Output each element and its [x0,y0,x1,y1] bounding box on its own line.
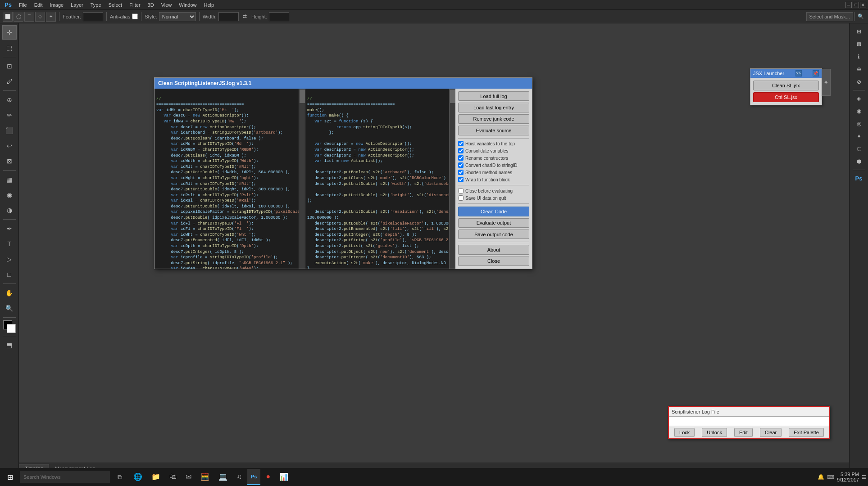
right-panel-tool-2[interactable]: ⊠ [852,39,866,50]
right-panel-tool-1[interactable]: ⊞ [852,26,866,37]
gradient-tool[interactable]: ▦ [2,172,17,187]
jsx-side-tab[interactable]: ✦ [822,69,831,96]
brush-tool[interactable]: ✏ [2,108,17,122]
lasso-tool[interactable]: ⌒ [24,12,34,22]
taskbar-app-icon-1[interactable]: 📊 [276,469,292,485]
wrap-function-checkbox[interactable] [458,177,464,182]
menu-select[interactable]: Select [105,1,126,9]
taskbar-mail-icon[interactable]: ✉ [182,469,195,485]
stamp-tool[interactable]: ⬛ [2,123,17,138]
hoist-variables-checkbox[interactable] [458,141,464,146]
menu-filter[interactable]: Filter [126,1,144,9]
right-panel-tool-11[interactable]: ⬢ [852,156,866,167]
height-input[interactable] [269,12,289,21]
convert-charid-checkbox[interactable] [458,162,464,168]
consolidate-variables-checkbox[interactable] [458,148,464,153]
path-select-tool[interactable]: ▷ [2,252,17,266]
task-view-button[interactable]: ⧉ [112,469,128,485]
search-icon[interactable]: 🔍 [856,12,865,21]
ellipse-select-tool[interactable]: ◯ [14,12,23,22]
log-edit-button[interactable]: Edit [734,428,753,437]
code-panel-left[interactable]: // ==================================== … [155,89,305,269]
shorten-methods-checkbox[interactable] [458,170,464,175]
maximize-button[interactable]: □ [853,2,859,8]
taskbar-store-icon[interactable]: 🛍 [166,469,180,485]
about-button[interactable]: About [458,245,529,254]
color-picker[interactable] [3,320,16,333]
rename-constructors-checkbox[interactable] [458,155,464,161]
right-scrollbar[interactable] [449,89,455,269]
taskbar-action-center-icon[interactable]: ☰ [862,474,866,480]
log-unlock-button[interactable]: Unlock [702,428,727,437]
taskbar-chrome-icon[interactable]: ● [262,469,274,485]
right-scroll-thumb[interactable] [450,90,455,103]
blur-tool[interactable]: ◉ [2,188,17,202]
healing-tool[interactable]: ⊕ [2,93,17,107]
right-panel-info[interactable]: ℹ [852,51,866,62]
save-ui-data-checkbox[interactable] [458,195,464,201]
left-scrollbar[interactable] [299,89,305,269]
right-panel-ps-icon[interactable]: Ps [852,173,866,184]
remove-junk-button[interactable]: Remove junk code [458,114,529,124]
poly-lasso-tool[interactable]: ◇ [35,12,45,22]
load-full-log-button[interactable]: Load full log [458,91,529,101]
dodge-tool[interactable]: ◑ [2,203,17,217]
evaluate-source-button[interactable]: Evaluate source [458,126,529,135]
menu-type[interactable]: Type [87,1,105,9]
anti-alias-checkbox[interactable] [132,14,138,19]
evaluate-output-button[interactable]: Evaluate output [458,218,529,228]
menu-window[interactable]: Window [175,1,200,9]
close-before-eval-checkbox[interactable] [458,188,464,194]
taskbar-ps-icon[interactable]: Ps [247,469,260,485]
code-panel-right[interactable]: // ==================================== … [305,89,455,269]
log-exit-palette-button[interactable]: Exit Palette [789,428,824,437]
menu-3d[interactable]: 3D [144,1,158,9]
minimize-button[interactable]: ─ [845,2,852,8]
menu-image[interactable]: Image [46,1,68,9]
history-brush[interactable]: ↩ [2,139,17,153]
left-scroll-thumb[interactable] [300,90,305,103]
taskbar-file-icon[interactable]: 📁 [148,469,164,485]
right-panel-tool-5[interactable]: ⊘ [852,76,866,87]
taskbar-search-input[interactable] [20,471,110,483]
ctrl-sl-button[interactable]: Ctrl SL.jsx [753,92,819,102]
log-content-area[interactable] [669,417,829,426]
shape-tool[interactable]: □ [2,267,17,282]
clean-code-button[interactable]: Clean Code [458,207,529,216]
select-mask-button[interactable]: Select and Mask... [806,12,854,21]
taskbar-explorer-icon[interactable]: 💻 [215,469,231,485]
log-clear-button[interactable]: Clear [760,428,782,437]
right-panel-tool-6[interactable]: ◈ [852,93,866,104]
close-button[interactable]: Close [458,256,529,266]
pen-tool[interactable]: ✒ [2,221,17,236]
start-button[interactable]: ⊞ [2,469,18,485]
right-panel-tool-10[interactable]: ⬡ [852,144,866,154]
close-button[interactable]: ✕ [860,2,866,8]
menu-layer[interactable]: Layer [67,1,87,9]
crop-tool[interactable]: ⊡ [2,59,17,73]
right-panel-tool-9[interactable]: ✦ [852,131,866,142]
jsx-pin-button[interactable]: 📌 [813,70,819,76]
text-tool[interactable]: T [2,237,17,251]
magic-wand-tool[interactable]: ✦ [46,12,56,22]
zoom-tool[interactable]: 🔍 [2,301,17,315]
select-tool[interactable]: ⬚ [2,40,17,55]
menu-help[interactable]: Help [200,1,218,9]
taskbar-calc-icon[interactable]: 🧮 [197,469,213,485]
log-lock-button[interactable]: Lock [674,428,695,437]
style-select[interactable]: Normal Fixed Ratio Fixed Size [159,12,196,21]
background-color[interactable] [7,324,16,333]
eyedropper-tool[interactable]: 🖊 [2,74,17,89]
feather-input[interactable] [83,12,103,21]
right-panel-tool-8[interactable]: ◎ [852,118,866,129]
menu-edit[interactable]: Edit [31,1,46,9]
taskbar-notify-icon[interactable]: 🔔 [818,474,824,480]
clean-sl-button[interactable]: Clean SL.jsx [753,81,819,90]
move-tool[interactable]: ✛ [2,25,17,40]
jsx-expand-button[interactable]: >> [795,70,802,76]
right-panel-tool-4[interactable]: ⊕ [852,64,866,75]
width-input[interactable] [218,12,239,21]
save-output-button[interactable]: Save output code [458,230,529,239]
quick-mask-tool[interactable]: ⬒ [2,338,17,352]
rect-select-tool[interactable]: ⬜ [3,12,13,22]
